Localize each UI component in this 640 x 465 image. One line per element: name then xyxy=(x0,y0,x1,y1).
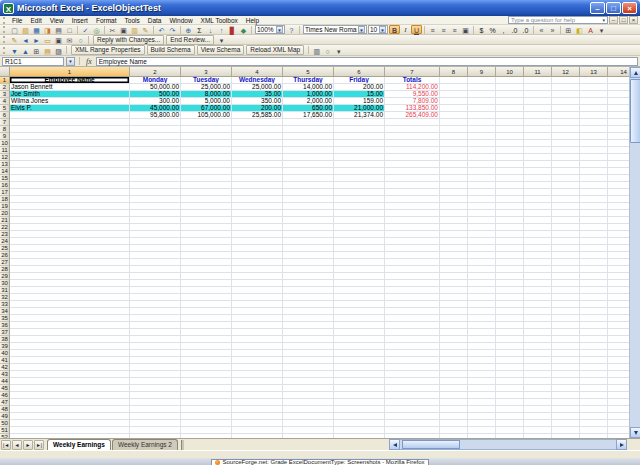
cell-r3c6[interactable]: 15.00 xyxy=(334,91,385,98)
cell-r28c4[interactable] xyxy=(232,266,283,273)
cell-r1c10[interactable] xyxy=(496,77,524,84)
cell-r31c2[interactable] xyxy=(130,287,181,294)
cell-r6c1[interactable] xyxy=(10,112,130,119)
cell-r2c6[interactable]: 200.00 xyxy=(334,84,385,91)
row-header-34[interactable]: 34 xyxy=(0,308,10,315)
copy-icon[interactable]: ▣ xyxy=(118,25,129,34)
cell-r22c12[interactable] xyxy=(552,224,580,231)
cell-r18c8[interactable] xyxy=(440,196,468,203)
cell-r42c7[interactable] xyxy=(385,364,440,371)
cell-r29c7[interactable] xyxy=(385,273,440,280)
cell-r28c8[interactable] xyxy=(440,266,468,273)
menu-insert[interactable]: Insert xyxy=(68,16,92,25)
column-header-10[interactable]: 10 xyxy=(496,67,524,77)
cell-r46c11[interactable] xyxy=(524,392,552,399)
cell-r25c7[interactable] xyxy=(385,245,440,252)
cell-r23c4[interactable] xyxy=(232,231,283,238)
cell-r16c11[interactable] xyxy=(524,182,552,189)
name-box[interactable]: R1C1 xyxy=(2,57,64,66)
row-header-38[interactable]: 38 xyxy=(0,336,10,343)
cell-r7c8[interactable] xyxy=(440,119,468,126)
cell-r40c3[interactable] xyxy=(181,350,232,357)
scroll-right-icon[interactable] xyxy=(616,439,627,450)
cell-r21c5[interactable] xyxy=(283,217,334,224)
cell-r36c1[interactable] xyxy=(10,322,130,329)
cell-r10c8[interactable] xyxy=(440,140,468,147)
cell-r31c1[interactable] xyxy=(10,287,130,294)
cell-r33c7[interactable] xyxy=(385,301,440,308)
cell-r7c5[interactable] xyxy=(283,119,334,126)
cell-r28c12[interactable] xyxy=(552,266,580,273)
cell-r18c11[interactable] xyxy=(524,196,552,203)
cell-r4c6[interactable]: 159.00 xyxy=(334,98,385,105)
cell-r13c9[interactable] xyxy=(468,161,496,168)
cell-r46c3[interactable] xyxy=(181,392,232,399)
cell-r40c9[interactable] xyxy=(468,350,496,357)
cell-r29c3[interactable] xyxy=(181,273,232,280)
cell-r27c11[interactable] xyxy=(524,259,552,266)
cell-r18c9[interactable] xyxy=(468,196,496,203)
cell-r5c10[interactable] xyxy=(496,105,524,112)
cell-r43c12[interactable] xyxy=(552,371,580,378)
cell-r23c5[interactable] xyxy=(283,231,334,238)
restore-button[interactable]: □ xyxy=(606,2,621,14)
cell-r26c8[interactable] xyxy=(440,252,468,259)
scroll-previous-sheet-icon[interactable]: ◄ xyxy=(12,440,22,450)
cell-r28c2[interactable] xyxy=(130,266,181,273)
cell-r49c10[interactable] xyxy=(496,413,524,420)
print-preview-icon[interactable]: □ xyxy=(64,25,75,34)
cell-r21c2[interactable] xyxy=(130,217,181,224)
cell-r43c11[interactable] xyxy=(524,371,552,378)
cell-r24c2[interactable] xyxy=(130,238,181,245)
cell-r11c9[interactable] xyxy=(468,147,496,154)
cell-r51c1[interactable] xyxy=(10,427,130,434)
row-header-7[interactable]: 7 xyxy=(0,119,10,126)
cell-r50c5[interactable] xyxy=(283,420,334,427)
italic-icon[interactable]: I xyxy=(400,25,411,34)
cell-r6c12[interactable] xyxy=(552,112,580,119)
cell-r9c6[interactable] xyxy=(334,133,385,140)
row-header-19[interactable]: 19 xyxy=(0,203,10,210)
cell-r34c3[interactable] xyxy=(181,308,232,315)
cell-r19c2[interactable] xyxy=(130,203,181,210)
cell-r12c5[interactable] xyxy=(283,154,334,161)
cell-r50c4[interactable] xyxy=(232,420,283,427)
cell-r3c1[interactable]: Joe Smith xyxy=(10,91,130,98)
row-header-2[interactable]: 2 xyxy=(0,84,10,91)
cell-r19c7[interactable] xyxy=(385,203,440,210)
row-header-28[interactable]: 28 xyxy=(0,266,10,273)
cell-r48c13[interactable] xyxy=(580,406,608,413)
cell-r47c13[interactable] xyxy=(580,399,608,406)
select-all-corner[interactable] xyxy=(0,67,10,77)
cell-r8c12[interactable] xyxy=(552,126,580,133)
cell-r35c3[interactable] xyxy=(181,315,232,322)
cell-r52c11[interactable] xyxy=(524,434,552,438)
cell-r32c13[interactable] xyxy=(580,294,608,301)
cell-r18c2[interactable] xyxy=(130,196,181,203)
cell-r17c8[interactable] xyxy=(440,189,468,196)
cell-r34c9[interactable] xyxy=(468,308,496,315)
cell-r24c6[interactable] xyxy=(334,238,385,245)
cell-r38c9[interactable] xyxy=(468,336,496,343)
cell-r17c6[interactable] xyxy=(334,189,385,196)
chart-wizard-icon[interactable]: ▊ xyxy=(227,25,238,34)
row-header-20[interactable]: 20 xyxy=(0,210,10,217)
cell-r23c6[interactable] xyxy=(334,231,385,238)
menu-xml-toolbox[interactable]: XML Toolbox xyxy=(197,16,242,25)
cell-r15c10[interactable] xyxy=(496,175,524,182)
row-header-3[interactable]: 3 xyxy=(0,91,10,98)
cell-r48c2[interactable] xyxy=(130,406,181,413)
cell-r13c1[interactable] xyxy=(10,161,130,168)
cell-r22c6[interactable] xyxy=(334,224,385,231)
cell-r33c8[interactable] xyxy=(440,301,468,308)
cell-r3c4[interactable]: 35.00 xyxy=(232,91,283,98)
cell-r31c8[interactable] xyxy=(440,287,468,294)
menu-edit[interactable]: Edit xyxy=(26,16,45,25)
cell-r6c4[interactable]: 25,585.00 xyxy=(232,112,283,119)
cell-r15c8[interactable] xyxy=(440,175,468,182)
cell-r31c4[interactable] xyxy=(232,287,283,294)
cell-r47c11[interactable] xyxy=(524,399,552,406)
cell-r19c3[interactable] xyxy=(181,203,232,210)
cell-r10c1[interactable] xyxy=(10,140,130,147)
cell-r12c11[interactable] xyxy=(524,154,552,161)
